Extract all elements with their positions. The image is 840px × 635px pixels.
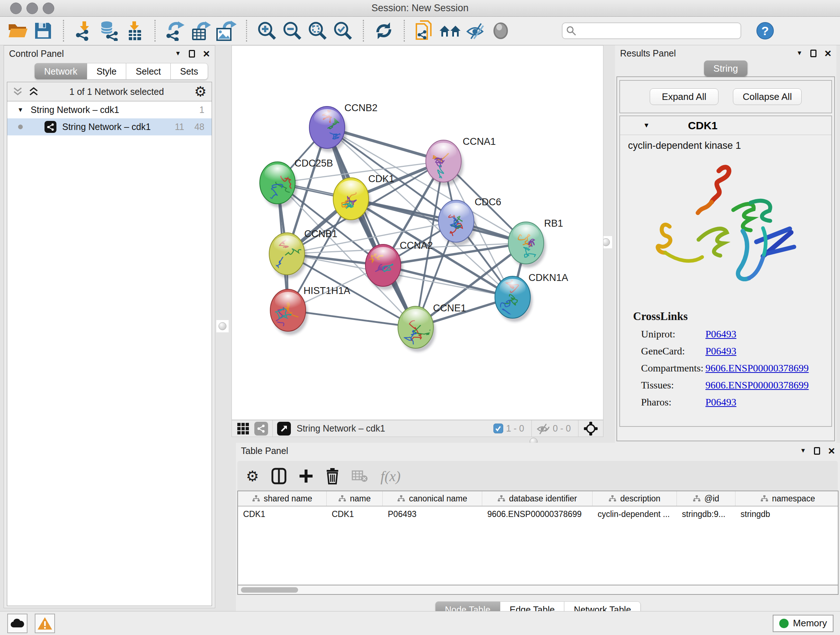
add-column-icon[interactable] — [299, 469, 313, 483]
export-table-button[interactable] — [188, 19, 213, 42]
panel-menu-icon[interactable]: ▼ — [800, 447, 806, 454]
network-node-CCNB2[interactable] — [309, 106, 347, 152]
show-columns-icon[interactable] — [271, 468, 286, 485]
table-cell[interactable]: CDK1 — [238, 507, 327, 522]
eye-slash-blue-icon — [465, 21, 485, 41]
apply-layout-button[interactable] — [371, 19, 396, 42]
table-horizontal-scrollbar[interactable] — [237, 585, 838, 595]
tab-string[interactable]: String — [704, 60, 747, 76]
search-field[interactable] — [562, 22, 741, 39]
panel-close-icon[interactable]: × — [824, 50, 831, 57]
table-cell[interactable]: 9606.ENSP00000378699 — [482, 507, 592, 522]
column-header-database-identifier[interactable]: database identifier — [482, 491, 592, 506]
navbar-separator — [578, 420, 578, 437]
node-section-header[interactable]: ▼ CDK1 — [620, 116, 831, 135]
panel-menu-icon[interactable]: ▼ — [796, 50, 802, 57]
table-cell[interactable]: P06493 — [383, 507, 482, 522]
import-network-database-button[interactable] — [96, 19, 122, 42]
crosslink-label: Uniprot: — [641, 328, 706, 340]
zoom-fit-button[interactable] — [305, 19, 330, 42]
delete-column-trash-icon[interactable] — [325, 468, 339, 485]
panel-close-icon[interactable]: × — [203, 50, 210, 57]
panel-float-icon[interactable] — [810, 50, 816, 57]
selected-nodes-checkbox[interactable] — [493, 424, 503, 433]
import-table-button[interactable] — [122, 19, 147, 42]
pharos-link[interactable]: P06493 — [706, 396, 737, 408]
network-node-RB1[interactable] — [508, 222, 546, 268]
panel-menu-icon[interactable]: ▼ — [175, 50, 181, 57]
zoom-selected-icon — [333, 21, 353, 41]
table-cell[interactable]: stringdb:9... — [677, 507, 736, 522]
collapse-all-button[interactable]: Collapse All — [733, 88, 802, 105]
show-glass-ball-toggle-button[interactable] — [488, 19, 513, 42]
zoom-selected-button[interactable] — [330, 19, 355, 42]
tissues-link[interactable]: 9606.ENSP00000378699 — [706, 379, 808, 391]
node-label-CDC6: CDC6 — [475, 196, 501, 207]
table-row[interactable]: CDK1CDK1P064939606.ENSP00000378699cyclin… — [238, 507, 838, 522]
save-session-button[interactable] — [30, 19, 56, 42]
search-input[interactable] — [579, 26, 737, 36]
network-row-selected[interactable]: String Network – cdk1 11 48 — [7, 119, 212, 135]
expand-all-networks-icon[interactable] — [28, 86, 39, 97]
import-network-file-button[interactable] — [71, 19, 96, 42]
expand-all-button[interactable]: Expand All — [650, 88, 718, 105]
collection-expand-icon[interactable]: ▼ — [17, 106, 24, 114]
table-options-gear-icon[interactable]: ⚙ — [246, 468, 259, 485]
scrollbar-thumb[interactable] — [241, 587, 298, 593]
enhanced-labels-toggle-button[interactable] — [463, 19, 488, 42]
network-node-CDC6[interactable] — [439, 200, 476, 246]
column-header-name[interactable]: name — [327, 491, 383, 506]
table-cell[interactable]: stringdb — [736, 507, 838, 522]
network-node-HIST1H1A[interactable] — [270, 289, 308, 335]
tab-select[interactable]: Select — [126, 63, 171, 80]
network-node-CCNA2[interactable] — [365, 244, 403, 290]
export-network-button[interactable] — [163, 19, 188, 42]
zoom-out-button[interactable] — [279, 19, 305, 42]
open-session-button[interactable] — [5, 19, 30, 42]
network-node-CCNA1[interactable] — [426, 140, 463, 186]
export-image-button[interactable] — [213, 19, 239, 42]
section-expand-icon[interactable]: ▼ — [643, 122, 650, 129]
cloud-status-button[interactable] — [7, 614, 27, 633]
panel-float-icon[interactable] — [814, 447, 820, 455]
network-options-gear-icon[interactable]: ⚙ — [194, 85, 207, 98]
network-collection-row[interactable]: ▼ String Network – cdk1 1 — [7, 101, 212, 119]
network-node-CDC25B[interactable] — [260, 162, 299, 207]
panel-close-icon[interactable]: × — [828, 447, 835, 454]
string-import-button[interactable] — [412, 19, 437, 42]
network-node-CCNE1[interactable] — [398, 306, 436, 352]
tab-style[interactable]: Style — [87, 63, 126, 80]
column-header--id[interactable]: @id — [677, 491, 736, 506]
grid-view-icon[interactable] — [237, 423, 249, 435]
zoom-in-button[interactable] — [254, 19, 279, 42]
birds-eye-view-icon[interactable] — [584, 421, 598, 436]
column-header-namespace[interactable]: namespace — [736, 491, 838, 506]
help-button[interactable]: ? — [756, 22, 774, 40]
memory-button[interactable]: Memory — [773, 615, 834, 632]
left-splitter-handle[interactable] — [216, 320, 229, 333]
node-label-CDC25B: CDC25B — [294, 158, 333, 169]
table-cell[interactable]: CDK1 — [327, 507, 383, 522]
memory-label: Memory — [793, 618, 827, 629]
column-header-canonical-name[interactable]: canonical name — [383, 491, 482, 506]
column-header-shared-name[interactable]: shared name — [238, 491, 327, 506]
genecard-link[interactable]: P06493 — [706, 345, 737, 357]
uniprot-link[interactable]: P06493 — [706, 328, 737, 340]
network-canvas[interactable]: CCNB2CCNA1CDC25BCDK1CDC6RB1CCNB1CCNA2CDK… — [232, 45, 603, 420]
network-node-CDKN1A[interactable] — [495, 276, 532, 322]
main-toolbar: ? — [0, 17, 840, 45]
column-header-description[interactable]: description — [592, 491, 677, 506]
compartments-link[interactable]: 9606.ENSP00000378699 — [706, 363, 808, 374]
detach-view-icon[interactable] — [277, 422, 291, 435]
network-node-CDK1[interactable] — [333, 178, 371, 223]
tab-network[interactable]: Network — [34, 63, 87, 80]
tab-sets[interactable]: Sets — [171, 63, 208, 80]
network-view-badge-icon[interactable] — [254, 422, 268, 435]
results-panel: Results Panel ▼ × String Expand All Coll… — [615, 45, 836, 443]
zoom-fit-icon — [308, 21, 328, 41]
panel-float-icon[interactable] — [189, 50, 195, 57]
collapse-all-networks-icon[interactable] — [12, 86, 23, 97]
string-home-button[interactable] — [437, 19, 463, 42]
warning-status-button[interactable] — [35, 614, 55, 633]
table-cell[interactable]: cyclin-dependent ... — [592, 507, 677, 522]
